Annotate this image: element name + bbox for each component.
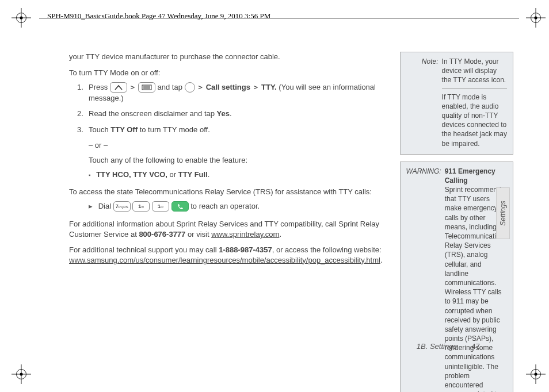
section-name: 1B. Settings — [417, 342, 457, 351]
page-number: 47 — [472, 342, 480, 351]
call-key-icon — [171, 201, 189, 212]
option-label-ref: TTY Off — [110, 125, 138, 134]
step-text: Touch any of the following to enable the… — [89, 155, 383, 166]
section-tab: Settings — [496, 187, 510, 239]
step-text: Press — [89, 83, 110, 91]
step-text: to reach an operator. — [190, 202, 260, 210]
breadcrumb-separator: > — [198, 83, 203, 91]
keypad-1-icon: 1∞ — [132, 201, 150, 212]
note-text: If TTY mode is enabled, the audio qualit… — [442, 93, 508, 148]
option-list: TTY HCO, TTY VCO, or TTY Full. — [89, 170, 383, 180]
option-label-ref: TTY HCO, TTY VCO, — [96, 170, 167, 179]
note-text: In TTY Mode, your device will display th… — [442, 57, 508, 85]
step-text: and tap — [158, 83, 185, 91]
left-column: your TTY device manufacturer to purchase… — [69, 52, 383, 355]
url-link: www.sprintrelay.com — [211, 230, 279, 239]
page-content: your TTY device manufacturer to purchase… — [69, 52, 491, 355]
phone-number: 800-676-3777 — [139, 230, 185, 239]
home-key-icon — [110, 82, 127, 93]
crop-mark-icon — [12, 364, 31, 384]
or-separator: – or – — [89, 140, 383, 151]
settings-icon — [185, 82, 195, 93]
crop-mark-icon — [526, 364, 546, 384]
step-text: Dial — [98, 202, 113, 210]
phone-number: 1-888-987-4357 — [219, 245, 272, 254]
dial-step: Dial 7PQRS 1∞ 1∞ to reach an operator. — [89, 201, 383, 212]
menu-key-icon — [138, 82, 155, 93]
breadcrumb-separator: > — [254, 83, 258, 91]
step-text: Touch — [89, 125, 110, 134]
warning-title: 911 Emergency Calling — [445, 167, 508, 185]
warning-label: WARNING: — [406, 167, 441, 392]
body-text: For additional technical support you may… — [69, 245, 383, 265]
crop-mark-icon — [526, 8, 546, 28]
note-label: Note: — [406, 57, 439, 148]
step-text: Read the onscreen disclaimer and tap — [89, 109, 217, 118]
body-text: For additional information about Sprint … — [69, 219, 383, 239]
step-2: 2. Read the onscreen disclaimer and tap … — [69, 109, 383, 119]
crop-mark-icon — [12, 8, 31, 28]
step-number: 3. — [77, 125, 83, 135]
procedure-heading: To access the state Telecommunications R… — [69, 187, 383, 197]
keypad-1-icon: 1∞ — [152, 201, 169, 212]
option-label-ref: TTY Full — [178, 170, 208, 179]
procedure-heading: To turn TTY Mode on or off: — [69, 68, 383, 78]
page-header: SPH-M910_BasicsGuide.book Page 47 Wednes… — [47, 11, 270, 21]
divider — [442, 89, 508, 89]
section-tab-label: Settings — [499, 201, 507, 225]
menu-path: TTY. — [261, 83, 277, 91]
step-number: 2. — [77, 109, 83, 119]
button-label-ref: Yes — [217, 109, 230, 118]
body-text: your TTY device manufacturer to purchase… — [69, 52, 383, 62]
url-link: www.samsung.com/us/consumer/learningreso… — [69, 256, 380, 264]
step-number: 1. — [77, 82, 83, 93]
breadcrumb-separator: > — [130, 83, 135, 91]
note-callout: Note: In TTY Mode, your device will disp… — [400, 52, 514, 155]
step-text: to turn TTY mode off. — [138, 125, 210, 134]
keypad-7-icon: 7PQRS — [113, 201, 131, 212]
menu-path: Call settings — [206, 83, 250, 91]
step-1: 1. Press > and tap > Call settings > TTY… — [69, 82, 383, 103]
page-footer: 1B. Settings 47 — [417, 342, 480, 351]
step-3: 3. Touch TTY Off to turn TTY mode off. — [69, 125, 383, 135]
